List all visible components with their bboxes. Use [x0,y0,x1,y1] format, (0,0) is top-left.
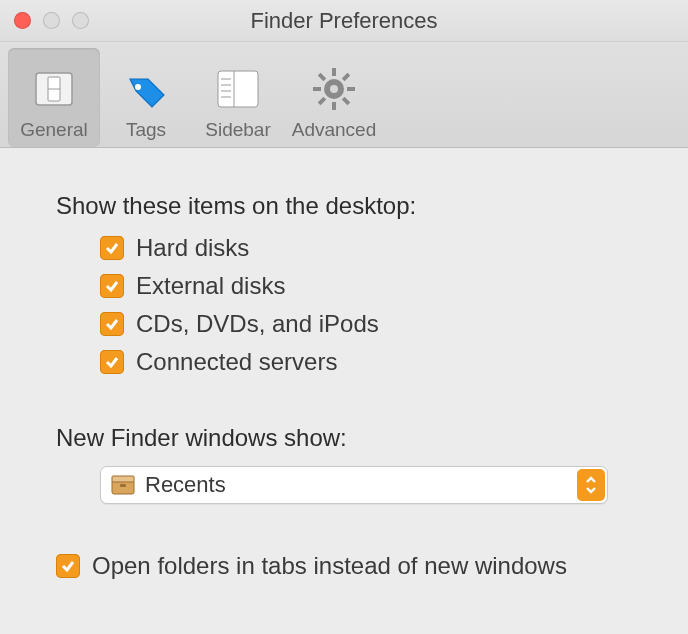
checkbox-label: External disks [136,272,285,300]
content-pane: Show these items on the desktop: Hard di… [0,148,688,580]
desktop-items-group: Hard disks External disks CDs, DVDs, and… [100,234,632,376]
recents-icon [109,473,137,497]
new-finder-dropdown[interactable]: Recents [100,466,608,504]
minimize-button[interactable] [43,12,60,29]
checkbox-row-connected-servers: Connected servers [100,348,632,376]
checkbox-label: Hard disks [136,234,249,262]
svg-rect-4 [218,71,258,107]
svg-rect-22 [120,484,126,487]
svg-rect-15 [342,73,350,81]
dropdown-value: Recents [145,472,226,498]
checkbox-connected-servers[interactable] [100,350,124,374]
chevron-up-down-icon [577,469,605,501]
gear-icon [310,65,358,113]
tab-label: Advanced [292,119,377,141]
tab-general[interactable]: General [8,48,100,147]
checkbox-open-in-tabs[interactable] [56,554,80,578]
switch-icon [30,65,78,113]
svg-rect-14 [347,87,355,91]
svg-point-3 [135,84,141,90]
checkbox-cds-dvds-ipods[interactable] [100,312,124,336]
checkbox-label: Open folders in tabs instead of new wind… [92,552,567,580]
checkbox-external-disks[interactable] [100,274,124,298]
tag-icon [122,65,170,113]
tab-label: Sidebar [205,119,271,141]
svg-rect-21 [112,476,134,482]
checkbox-row-cds-dvds-ipods: CDs, DVDs, and iPods [100,310,632,338]
window-title: Finder Preferences [250,8,437,34]
checkbox-hard-disks[interactable] [100,236,124,260]
svg-point-19 [330,85,338,93]
tab-tags[interactable]: Tags [100,48,192,147]
tab-label: General [20,119,88,141]
tab-advanced[interactable]: Advanced [284,48,384,147]
tab-label: Tags [126,119,166,141]
desktop-items-label: Show these items on the desktop: [56,192,632,220]
svg-rect-13 [313,87,321,91]
open-in-tabs-row: Open folders in tabs instead of new wind… [56,552,632,580]
new-finder-label: New Finder windows show: [56,424,632,452]
checkbox-row-external-disks: External disks [100,272,632,300]
svg-rect-12 [332,102,336,110]
tab-sidebar[interactable]: Sidebar [192,48,284,147]
checkbox-label: CDs, DVDs, and iPods [136,310,379,338]
svg-rect-16 [318,97,326,105]
checkbox-label: Connected servers [136,348,337,376]
svg-rect-17 [318,73,326,81]
toolbar: General Tags Sidebar [0,42,688,148]
sidebar-icon [214,65,262,113]
window-controls [14,12,89,29]
svg-rect-18 [342,97,350,105]
zoom-button[interactable] [72,12,89,29]
close-button[interactable] [14,12,31,29]
svg-rect-11 [332,68,336,76]
titlebar: Finder Preferences [0,0,688,42]
checkbox-row-hard-disks: Hard disks [100,234,632,262]
